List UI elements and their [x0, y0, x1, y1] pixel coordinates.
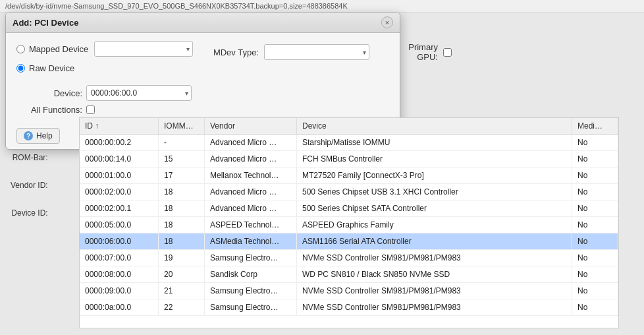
td-vendor: ASMedia Technol…	[205, 233, 297, 249]
table-row[interactable]: 0000:0a:00.022Samsung Electro…NVMe SSD C…	[80, 299, 618, 316]
td-id: 0000:0a:00.0	[80, 299, 159, 315]
td-vendor: Samsung Electro…	[205, 299, 297, 315]
td-device: 500 Series Chipset SATA Controller	[297, 200, 572, 216]
device-id-label: Device ID:	[11, 208, 48, 218]
th-vendor[interactable]: Vendor	[205, 118, 297, 134]
vendor-id-label: Vendor ID:	[11, 181, 48, 190]
td-iommu: 18	[159, 200, 205, 216]
td-iommu: 17	[159, 168, 205, 183]
table-body[interactable]: 0000:00:00.2-Advanced Micro …Starship/Ma…	[80, 135, 618, 328]
table-row[interactable]: 0000:01:00.017Mellanox Technol…MT27520 F…	[80, 168, 618, 184]
mdev-type-label: MDev Type:	[206, 47, 259, 57]
th-iommu[interactable]: IOMM…	[159, 118, 205, 134]
help-button[interactable]: ? Help	[16, 128, 60, 144]
td-iommu: 18	[159, 184, 205, 200]
td-iommu: 21	[159, 283, 205, 299]
td-device: ASPEED Graphics Family	[297, 217, 572, 233]
td-vendor: Advanced Micro …	[205, 184, 297, 200]
td-medi: No	[572, 151, 618, 167]
td-id: 0000:02:00.0	[80, 184, 159, 200]
rom-bar-label: ROM-Bar:	[11, 153, 48, 162]
td-iommu: 22	[159, 299, 205, 315]
device-field-label: Device:	[30, 88, 82, 98]
table-row[interactable]: 0000:08:00.020Sandisk CorpWD PC SN810 / …	[80, 266, 618, 283]
th-device[interactable]: Device	[297, 118, 572, 134]
close-button[interactable]: ×	[381, 16, 393, 28]
td-medi: No	[572, 168, 618, 183]
td-vendor: Samsung Electro…	[205, 283, 297, 299]
mapped-device-radio[interactable]	[16, 45, 25, 53]
td-vendor: ASPEED Technol…	[205, 217, 297, 233]
td-device: FCH SMBus Controller	[297, 151, 572, 167]
td-id: 0000:01:00.0	[80, 168, 159, 183]
th-medi[interactable]: Medi…	[572, 118, 618, 134]
td-medi: No	[572, 135, 618, 150]
td-iommu: 19	[159, 250, 205, 266]
mapped-device-select[interactable]	[94, 41, 193, 57]
td-device: MT27520 Family [ConnectX-3 Pro]	[297, 168, 572, 183]
td-medi: No	[572, 250, 618, 266]
pci-device-table: ID ↑IOMM…VendorDeviceMedi… 0000:00:00.2-…	[79, 117, 619, 328]
td-medi: No	[572, 266, 618, 282]
dialog-titlebar: Add: PCI Device ×	[6, 13, 400, 33]
primary-gpu-label: Primary GPU:	[385, 42, 438, 62]
background-path: /dev/disk/by-id/nvme-Samsung_SSD_970_EVO…	[0, 0, 644, 13]
td-medi: No	[572, 200, 618, 216]
td-iommu: 18	[159, 217, 205, 233]
td-medi: No	[572, 233, 618, 249]
td-id: 0000:00:14.0	[80, 151, 159, 167]
table-row[interactable]: 0000:07:00.019Samsung Electro…NVMe SSD C…	[80, 250, 618, 266]
td-medi: No	[572, 299, 618, 315]
table-header: ID ↑IOMM…VendorDeviceMedi…	[80, 118, 618, 135]
mapped-device-radio-label[interactable]: Mapped Device	[16, 44, 89, 54]
td-medi: No	[572, 283, 618, 299]
td-medi: No	[572, 217, 618, 233]
mapped-device-select-wrapper	[94, 41, 193, 57]
device-select[interactable]: 0000:06:00.0	[86, 85, 192, 101]
td-device: NVMe SSD Controller SM981/PM981/PM983	[297, 250, 572, 266]
td-id: 0000:06:00.0	[80, 233, 159, 249]
td-id: 0000:00:00.2	[80, 135, 159, 150]
help-icon: ?	[24, 131, 33, 140]
td-vendor: Advanced Micro …	[205, 151, 297, 167]
td-iommu: -	[159, 135, 205, 150]
td-id: 0000:05:00.0	[80, 217, 159, 233]
all-functions-checkbox[interactable]	[86, 106, 95, 114]
td-device: ASM1166 Serial ATA Controller	[297, 233, 572, 249]
top-form: Mapped Device Raw Device	[16, 41, 389, 80]
all-functions-label: All Functions:	[30, 105, 82, 115]
raw-device-row: Raw Device	[16, 63, 193, 73]
td-id: 0000:09:00.0	[80, 283, 159, 299]
td-iommu: 18	[159, 233, 205, 249]
left-form: Mapped Device Raw Device	[16, 41, 193, 80]
table-row[interactable]: 0000:00:00.2-Advanced Micro …Starship/Ma…	[80, 135, 618, 151]
primary-gpu-checkbox[interactable]	[443, 48, 452, 57]
mapped-device-row: Mapped Device	[16, 41, 193, 57]
table-row[interactable]: 0000:02:00.018Advanced Micro …500 Series…	[80, 184, 618, 200]
td-device: NVMe SSD Controller SM981/PM981/PM983	[297, 299, 572, 315]
raw-device-radio-label[interactable]: Raw Device	[16, 63, 89, 73]
table-row[interactable]: 0000:02:00.118Advanced Micro …500 Series…	[80, 200, 618, 217]
mdev-type-select[interactable]	[264, 44, 369, 60]
table-row[interactable]: 0000:00:14.015Advanced Micro …FCH SMBus …	[80, 151, 618, 168]
td-device: NVMe SSD Controller SM981/PM981/PM983	[297, 283, 572, 299]
td-vendor: Advanced Micro …	[205, 135, 297, 150]
mdev-type-select-wrapper	[264, 44, 369, 60]
td-vendor: Sandisk Corp	[205, 266, 297, 282]
dialog-title: Add: PCI Device	[13, 18, 78, 28]
all-functions-row: All Functions:	[30, 105, 389, 115]
td-iommu: 15	[159, 151, 205, 167]
device-select-wrapper: 0000:06:00.0	[86, 85, 192, 101]
table-row[interactable]: 0000:09:00.021Samsung Electro…NVMe SSD C…	[80, 283, 618, 299]
td-device: 500 Series Chipset USB 3.1 XHCI Controll…	[297, 184, 572, 200]
td-id: 0000:07:00.0	[80, 250, 159, 266]
table-row[interactable]: 0000:06:00.018ASMedia Technol…ASM1166 Se…	[80, 233, 618, 250]
td-vendor: Mellanox Technol…	[205, 168, 297, 183]
th-id[interactable]: ID ↑	[80, 118, 159, 134]
raw-device-radio[interactable]	[16, 64, 25, 73]
td-vendor: Advanced Micro …	[205, 200, 297, 216]
table-row[interactable]: 0000:05:00.018ASPEED Technol…ASPEED Grap…	[80, 217, 618, 233]
td-iommu: 20	[159, 266, 205, 282]
dialog-body: Mapped Device Raw Device	[6, 33, 400, 123]
td-medi: No	[572, 184, 618, 200]
